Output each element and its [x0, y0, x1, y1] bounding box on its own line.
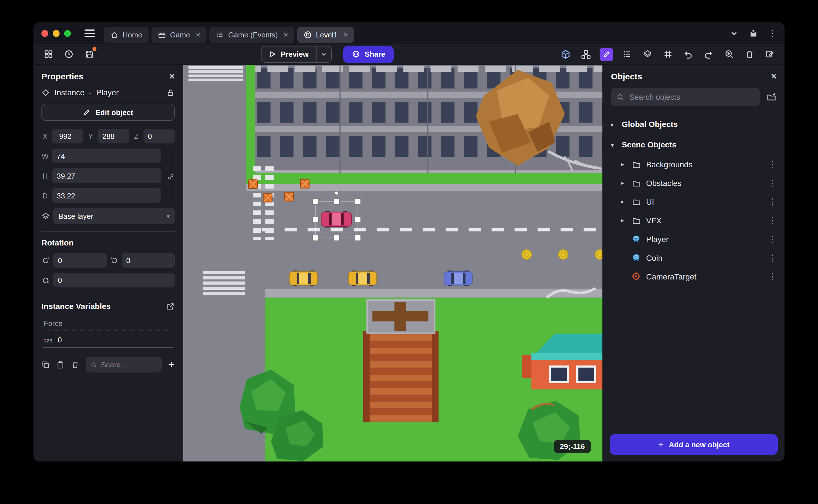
- toolbar: Preview Share: [33, 44, 785, 65]
- object-row-cameratarget[interactable]: CameraTarget ⋮: [603, 267, 785, 286]
- window-controls: [41, 30, 71, 37]
- add-new-object-button[interactable]: + Add a new object: [610, 434, 778, 455]
- object-options-icon[interactable]: ⋮: [768, 253, 777, 262]
- tab-game[interactable]: Game ×: [151, 26, 206, 43]
- objects-graph-icon[interactable]: [579, 47, 593, 61]
- folder-row-vfx[interactable]: ▸ VFX ⋮: [603, 211, 785, 230]
- close-tab-icon[interactable]: ×: [343, 30, 348, 39]
- zoom-window-button[interactable]: [64, 30, 71, 37]
- tab-label: Game (Events): [228, 30, 278, 39]
- height-field[interactable]: [52, 168, 161, 183]
- objects-search-input[interactable]: [629, 93, 754, 101]
- open-in-new-icon[interactable]: [166, 302, 175, 310]
- folder-options-icon[interactable]: ⋮: [768, 179, 777, 187]
- scene-editor-canvas[interactable]: 29;-116: [183, 65, 603, 461]
- layers-icon[interactable]: [641, 47, 654, 61]
- history-icon[interactable]: [62, 47, 75, 61]
- folder-row-obstacles[interactable]: ▸ Obstacles ⋮: [603, 173, 785, 192]
- global-objects-section[interactable]: ▸ Global Objects: [603, 114, 785, 134]
- new-folder-icon[interactable]: [766, 92, 777, 102]
- extensions-icon[interactable]: [749, 29, 758, 38]
- folder-icon: [632, 178, 641, 187]
- zoom-icon[interactable]: [722, 47, 736, 61]
- lock-icon[interactable]: [166, 88, 175, 97]
- object-row-player[interactable]: Player ⋮: [603, 230, 785, 248]
- tab-level1[interactable]: Level1 ×: [297, 26, 354, 43]
- scene-objects-section[interactable]: ▾ Scene Objects: [603, 134, 785, 155]
- rotation-z-field[interactable]: [53, 273, 175, 287]
- close-properties-icon[interactable]: ×: [169, 71, 175, 81]
- preview-button[interactable]: Preview: [261, 46, 316, 62]
- rotation-x-field[interactable]: [53, 253, 106, 268]
- home-icon: [110, 30, 119, 39]
- properties-panel: Properties × Instance - Player Edit obje…: [33, 65, 183, 461]
- objects-search[interactable]: [611, 88, 760, 106]
- preview-options-dropdown[interactable]: [316, 46, 331, 62]
- main-menu-icon[interactable]: [84, 29, 95, 37]
- x-position-field[interactable]: [52, 129, 84, 143]
- minimize-window-button[interactable]: [53, 30, 60, 37]
- close-window-button[interactable]: [41, 30, 48, 37]
- objects-panel: Objects × ▸ Global Objects ▾ Scene O: [603, 65, 785, 461]
- folder-row-ui[interactable]: ▸ UI ⋮: [603, 192, 785, 211]
- object-options-icon[interactable]: ⋮: [768, 235, 777, 243]
- trash-icon[interactable]: [743, 47, 756, 61]
- tab-home[interactable]: Home: [104, 26, 148, 43]
- chevron-down-icon[interactable]: [730, 29, 739, 38]
- close-tab-icon[interactable]: ×: [196, 30, 200, 39]
- folder-row-backgrounds[interactable]: ▸ Backgrounds ⋮: [603, 155, 785, 173]
- variables-search[interactable]: [86, 357, 162, 372]
- z-position-field[interactable]: [143, 129, 175, 143]
- copy-icon[interactable]: [41, 360, 50, 369]
- trash-icon[interactable]: [71, 360, 79, 369]
- rotate-x-icon: [41, 256, 50, 264]
- redo-icon[interactable]: [702, 47, 715, 61]
- grid-icon[interactable]: [661, 47, 675, 61]
- scene-properties-icon[interactable]: [763, 47, 777, 61]
- yellow-car-1[interactable]: [289, 271, 318, 286]
- y-position-field[interactable]: [98, 129, 129, 143]
- paste-icon[interactable]: [56, 360, 65, 369]
- yellow-car-2[interactable]: [348, 271, 377, 286]
- toggle-3d-view-icon[interactable]: [559, 47, 572, 61]
- brick-tower-building[interactable]: [363, 300, 439, 422]
- project-manager-icon[interactable]: [41, 47, 55, 61]
- undo-icon[interactable]: [681, 47, 695, 61]
- folder-options-icon[interactable]: ⋮: [768, 160, 777, 168]
- more-options-icon[interactable]: ⋮: [768, 29, 777, 37]
- player-car-sprite[interactable]: [321, 211, 352, 228]
- scene-render[interactable]: [183, 65, 603, 461]
- rotate-z-icon: [41, 276, 50, 284]
- titlebar: Home Game × Game (Events) × Level1 ×: [33, 22, 785, 44]
- edit-mode-pencil-icon[interactable]: [600, 47, 613, 61]
- tab-label: Home: [122, 30, 142, 39]
- link-dimensions-icon[interactable]: [167, 173, 175, 181]
- object-row-coin[interactable]: Coin ⋮: [603, 248, 785, 267]
- tab-game-events[interactable]: Game (Events) ×: [210, 26, 294, 43]
- rotation-y-field[interactable]: [122, 253, 175, 268]
- blue-car[interactable]: [444, 271, 473, 286]
- folder-options-icon[interactable]: ⋮: [768, 197, 777, 206]
- close-tab-icon[interactable]: ×: [283, 30, 288, 39]
- save-icon[interactable]: [82, 47, 96, 61]
- folder-options-icon[interactable]: ⋮: [768, 216, 777, 225]
- layer-select[interactable]: Base layer ▾: [53, 208, 175, 224]
- edit-object-button[interactable]: Edit object: [41, 104, 175, 121]
- chevron-right-icon: ▸: [611, 121, 617, 127]
- close-objects-icon[interactable]: ×: [771, 71, 777, 81]
- position-row: X Y Z: [33, 129, 183, 143]
- sprite-thumbnail-icon: [631, 253, 641, 262]
- add-variable-button[interactable]: +: [168, 359, 175, 370]
- variables-actions: +: [33, 348, 183, 372]
- depth-field[interactable]: [52, 188, 161, 203]
- share-button[interactable]: Share: [343, 46, 394, 63]
- variables-search-input[interactable]: [101, 360, 157, 369]
- desktop-background: Home Game × Game (Events) × Level1 ×: [0, 0, 818, 504]
- instances-list-icon[interactable]: [620, 47, 634, 61]
- width-field[interactable]: [52, 149, 161, 163]
- sidewalk-top: [246, 184, 603, 191]
- variable-name[interactable]: Force: [43, 316, 174, 331]
- object-options-icon[interactable]: ⋮: [768, 272, 777, 281]
- variable-value[interactable]: 0: [58, 336, 62, 344]
- properties-title: Properties: [41, 71, 83, 81]
